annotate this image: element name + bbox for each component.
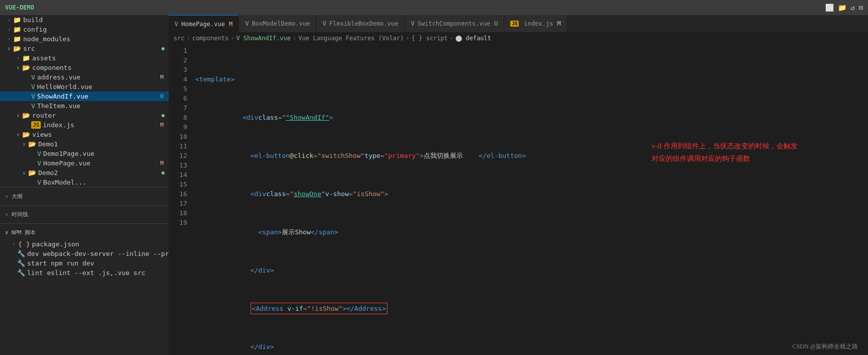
chevron-down-icon: ∨ <box>20 141 28 147</box>
sidebar-item-node-modules[interactable]: › 📁 node_modules <box>0 34 169 44</box>
chevron-down-icon: ∨ <box>20 170 28 175</box>
sidebar-section-outline: › 大纲 <box>0 187 169 205</box>
timeline-label: 时间线 <box>12 211 28 218</box>
chevron-down-icon: ∨ <box>5 46 13 51</box>
code-line-3: <el-button @click="switchShow" type="pri… <box>195 151 868 160</box>
modified-dot <box>162 47 165 50</box>
sidebar-section-timeline: › 时间线 <box>0 205 169 223</box>
breadcrumb-script: { } script <box>412 35 448 42</box>
outline-label: 大纲 <box>12 193 23 200</box>
sidebar-item-theitem-vue[interactable]: V TheItem.vue <box>0 101 169 111</box>
timeline-header[interactable]: › 时间线 <box>0 208 169 221</box>
tab-badge: M <box>557 20 561 27</box>
collapse-icon[interactable]: ⊟ <box>859 4 863 12</box>
sidebar-item-demo1[interactable]: ∨ 📂 Demo1 <box>0 139 169 149</box>
tab-label: index.js <box>524 20 553 27</box>
sidebar-item-views[interactable]: ∨ 📂 views <box>0 130 169 139</box>
sidebar-item-address-vue[interactable]: V address.vue M <box>0 72 169 82</box>
editor-wrapper: V HomePage.vue M V BoxModelDemo.vue V Fl… <box>169 15 868 355</box>
packagejson-label: package.json <box>32 240 169 248</box>
editor-content[interactable]: 1 2 3 4 5 6 7 8 9 10 11 12 13 14 15 16 1… <box>169 44 868 355</box>
new-folder-icon[interactable]: 📁 <box>838 4 846 12</box>
tab-indexjs[interactable]: JS index.js M <box>504 15 567 32</box>
json-icon: { } <box>18 240 30 248</box>
sidebar-item-router[interactable]: ∨ 📂 router <box>0 111 169 120</box>
sidebar-item-demo2[interactable]: ∨ 📂 Demo2 <box>0 168 169 178</box>
outline-header[interactable]: › 大纲 <box>0 190 169 203</box>
script-lint-label: lint eslint --ext .js,.vue src <box>27 269 169 277</box>
vue-icon: V <box>175 21 178 28</box>
tab-switchcomp[interactable]: V SwitchComponents.vue U <box>405 15 505 32</box>
sidebar-item-boxmodel2[interactable]: V BoxModel... <box>0 178 169 187</box>
npm-label: NPM 脚本 <box>12 229 36 236</box>
code-line-7: <Address v-if="!isShow"></Address> <box>195 304 868 313</box>
sidebar-item-showandif-vue[interactable]: V ShowAndIf.vue U <box>0 92 169 101</box>
sidebar-item-config[interactable]: › 📁 config <box>0 25 169 34</box>
breadcrumb-volar: Vue Language Features (Volar) <box>298 35 404 42</box>
refresh-icon[interactable]: ↺ <box>850 4 854 12</box>
vue-icon: V <box>323 20 326 27</box>
new-file-icon[interactable]: ⬜ <box>825 4 834 12</box>
tab-bar: V HomePage.vue M V BoxModelDemo.vue V Fl… <box>169 15 868 33</box>
tab-label: BoxModelDemo.vue <box>252 20 310 27</box>
sidebar-item-script-dev[interactable]: 🔧 dev webpack-dev-server --inline --pro.… <box>0 249 169 258</box>
sidebar-item-build[interactable]: › 📁 build <box>0 15 169 25</box>
breadcrumb-components: components <box>192 35 228 42</box>
sidebar-item-demo1page[interactable]: V Demo1Page.vue <box>0 149 169 158</box>
badge-m: M <box>160 160 164 166</box>
vue-icon: V <box>411 20 415 27</box>
js-icon: JS <box>510 21 519 27</box>
script-start-label: start npm run dev <box>27 259 169 267</box>
breadcrumb-sep: › <box>406 35 410 42</box>
code-line-8: </div> <box>195 342 868 351</box>
title-bar-title: VUE-DEMO <box>5 4 34 11</box>
script-icon: 🔧 <box>17 269 25 277</box>
vue-icon: V <box>245 20 249 27</box>
tab-badge: M <box>229 21 232 28</box>
tab-homepage[interactable]: V HomePage.vue M <box>169 15 239 32</box>
chevron-right-icon: › <box>5 17 13 23</box>
sidebar-item-components[interactable]: ∨ 📂 components <box>0 63 169 72</box>
tab-label: FlexibleBoxDemo.vue <box>329 20 398 27</box>
chevron-right-icon: › <box>10 241 18 247</box>
chevron-right-icon: › <box>5 36 13 42</box>
main-area: › 📁 build › 📁 config › 📁 node_modules ∨ … <box>0 15 868 355</box>
breadcrumb-sep: › <box>187 35 190 42</box>
chevron-right-icon: › <box>5 211 9 218</box>
npm-header[interactable]: ∨ NPM 脚本 <box>0 226 169 239</box>
sidebar-item-src[interactable]: ∨ 📂 src <box>0 44 169 53</box>
title-bar-icons: ⬜ 📁 ↺ ⊟ <box>825 4 863 12</box>
line-numbers: 1 2 3 4 5 6 7 8 9 10 11 12 13 14 15 16 1… <box>169 44 191 355</box>
sidebar-item-router-index[interactable]: JS index.js M <box>0 120 169 130</box>
breadcrumb-default: ⬤ default <box>455 35 491 42</box>
sidebar-item-homepage2[interactable]: V HomePage.vue M <box>0 158 169 168</box>
sidebar-section-npm: ∨ NPM 脚本 › { } package.json 🔧 dev webpac… <box>0 223 169 280</box>
script-icon: 🔧 <box>17 250 25 257</box>
tab-label: SwitchComponents.vue <box>418 20 491 27</box>
modified-dot <box>162 114 165 117</box>
sidebar-item-script-start[interactable]: 🔧 start npm run dev <box>0 258 169 268</box>
code-line-6: </div> <box>195 265 868 275</box>
chevron-down-icon: ∨ <box>14 113 22 118</box>
breadcrumb-sep: › <box>230 35 234 42</box>
tab-boxmodel[interactable]: V BoxModelDemo.vue <box>239 15 317 32</box>
code-line-5: <span>展示Show</span> <box>195 227 868 237</box>
code-line-2: <div class=""ShowAndIf"> <box>195 113 868 122</box>
chevron-right-icon: › <box>14 55 22 61</box>
chevron-down-icon: ∨ <box>14 132 22 137</box>
sidebar-item-helloworld-vue[interactable]: V HelloWorld.vue <box>0 82 169 92</box>
code-editor[interactable]: <template> <div class=""ShowAndIf"> <el-… <box>191 44 868 355</box>
badge-m: M <box>160 74 164 80</box>
tab-badge-u: U <box>494 20 498 27</box>
sidebar: › 📁 build › 📁 config › 📁 node_modules ∨ … <box>0 15 169 355</box>
breadcrumb-sep: › <box>450 35 453 42</box>
tab-flexbox[interactable]: V FlexibleBoxDemo.vue <box>317 15 405 32</box>
footer-watermark: CSDN @架构师全栈之路 <box>793 342 858 351</box>
sidebar-item-assets[interactable]: › 📁 assets <box>0 53 169 63</box>
script-icon: 🔧 <box>17 259 25 267</box>
modified-dot <box>162 171 165 174</box>
script-dev-label: dev webpack-dev-server --inline --pro... <box>27 250 169 257</box>
sidebar-item-packagejson[interactable]: › { } package.json <box>0 239 169 249</box>
chevron-down-icon: ∨ <box>14 65 22 70</box>
sidebar-item-script-lint[interactable]: 🔧 lint eslint --ext .js,.vue src <box>0 268 169 278</box>
